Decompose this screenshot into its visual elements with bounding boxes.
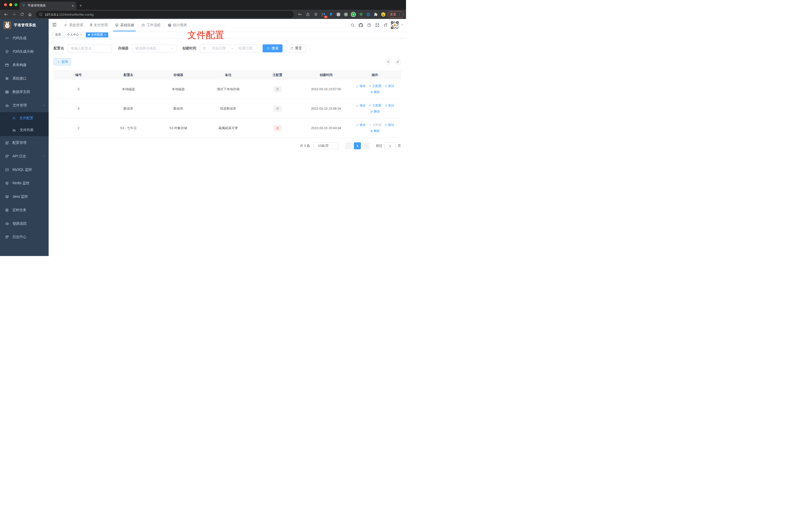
add-button[interactable]: 新增 — [54, 58, 71, 65]
sidebar-item-mysql-monitor[interactable]: MySQL 监控 — [0, 163, 49, 177]
extension-stats-icon[interactable]: 11 — [320, 11, 327, 18]
log-edit-icon — [5, 235, 9, 239]
sidebar-item-form-builder[interactable]: 表单构建 — [0, 58, 49, 72]
tab-close-icon[interactable]: × — [72, 4, 74, 7]
sidebar-item-db-docs[interactable]: 数据库文档 — [0, 85, 49, 99]
bookmark-star-icon[interactable] — [312, 11, 319, 18]
edit-action-link[interactable]: 修改 — [356, 103, 366, 108]
site-info-icon[interactable] — [39, 12, 42, 16]
extension-kite-icon[interactable] — [328, 11, 334, 18]
fullscreen-icon[interactable] — [374, 22, 381, 28]
prev-page-button[interactable] — [345, 142, 352, 149]
delete-action-link[interactable]: 删除 — [370, 90, 380, 94]
page-tab-file-config[interactable]: 文件配置 × — [86, 32, 108, 37]
delete-action-link[interactable]: 删除 — [370, 110, 380, 114]
home-button[interactable] — [26, 11, 33, 18]
new-tab-button[interactable]: + — [79, 3, 82, 8]
search-button[interactable]: 搜索 — [263, 44, 283, 52]
extension-eye-icon[interactable] — [365, 11, 372, 18]
sidebar-item-tracing[interactable]: 链路追踪 — [0, 217, 49, 230]
password-key-icon[interactable] — [296, 11, 303, 18]
maximize-window-button[interactable] — [14, 3, 18, 6]
sidebar-item-code-demo[interactable]: 代码生成示例 — [0, 45, 49, 58]
test-action-link[interactable]: 测试 — [384, 84, 394, 88]
next-page-button[interactable] — [363, 142, 370, 149]
forward-button[interactable] — [10, 11, 18, 18]
reset-button[interactable]: 重置 — [286, 44, 306, 52]
user-menu-caret-icon[interactable] — [401, 24, 404, 26]
tab-close-icon[interactable]: × — [104, 33, 106, 36]
page-tab-home[interactable]: 首页 — [53, 32, 63, 37]
goto-page-input[interactable] — [384, 142, 396, 149]
reload-button[interactable] — [19, 11, 25, 18]
github-icon[interactable] — [358, 22, 364, 28]
search-icon[interactable] — [349, 22, 356, 28]
close-window-button[interactable] — [4, 3, 7, 6]
font-size-icon[interactable] — [382, 22, 389, 28]
storage-select[interactable]: 请选择存储器 — [132, 44, 176, 52]
help-icon[interactable] — [366, 22, 372, 28]
test-action-link[interactable]: 测试 — [384, 103, 394, 108]
goto-suffix: 页 — [398, 144, 401, 148]
nav-item-workflow[interactable]: 工作流程 — [138, 19, 164, 31]
column-header-created: 创建时间 — [302, 73, 350, 77]
sidebar-item-system-api[interactable]: 系统接口 — [0, 72, 49, 85]
back-button[interactable] — [2, 11, 9, 18]
page-size-select[interactable]: 10条/页 — [314, 142, 339, 149]
sidebar-item-config-management[interactable]: 配置管理 — [0, 136, 49, 150]
trash-icon — [370, 110, 373, 113]
cloud-upload-icon — [12, 128, 16, 132]
nav-item-payment[interactable]: ¥ 支付管理 — [87, 19, 111, 31]
toggle-search-button[interactable] — [385, 59, 392, 65]
gear-icon — [64, 23, 67, 27]
nav-item-infrastructure[interactable]: 基础设施 — [111, 19, 138, 31]
nav-item-reports[interactable]: 统计报表 — [164, 19, 191, 31]
browser-tab[interactable]: 芋道管理系统 × — [20, 1, 76, 10]
edit-action-link[interactable]: 修改 — [356, 123, 366, 127]
nav-item-system[interactable]: 系统管理 — [60, 19, 87, 31]
shield-check-icon — [5, 50, 9, 54]
page-content: 配置名 存储器 请选择存储器 创建时间 开始日期 - 结束日期 — [49, 38, 406, 256]
sidebar-item-log-center[interactable]: 日志中心 — [0, 230, 49, 244]
sidebar-item-redis-monitor[interactable]: Redis 监控 — [0, 177, 49, 190]
sidebar-item-java-monitor[interactable]: Java 监控 — [0, 190, 49, 203]
sidebar-item-scheduled-tasks[interactable]: 定时任务 — [0, 203, 49, 217]
table-toolbar: 新增 — [54, 58, 401, 65]
extension-y-icon[interactable] — [350, 11, 357, 18]
extension-star-icon[interactable] — [358, 11, 364, 18]
refresh-table-button[interactable] — [395, 59, 401, 65]
user-avatar-qr[interactable] — [390, 21, 399, 29]
minimize-window-button[interactable] — [9, 3, 12, 6]
date-range-picker[interactable]: 开始日期 - 结束日期 — [200, 44, 259, 52]
collapse-sidebar-icon[interactable] — [49, 22, 60, 28]
extension-command-icon[interactable] — [335, 11, 342, 18]
tab-close-icon[interactable]: × — [80, 33, 82, 36]
master-config-action-link[interactable]: 主配置 — [369, 103, 381, 108]
master-config-action-link[interactable]: 主配置 — [369, 84, 381, 88]
goto-label: 前往 — [376, 144, 382, 148]
share-icon[interactable] — [304, 11, 311, 18]
extension-emoji-icon[interactable] — [380, 11, 386, 18]
extension-record-icon[interactable] — [343, 11, 349, 18]
sidebar-item-file-list[interactable]: 文件列表 — [0, 124, 49, 136]
master-tag: 是 — [273, 125, 282, 131]
browser-menu-dots-icon[interactable]: ⋮ — [398, 12, 401, 17]
test-action-link[interactable]: 测试 — [384, 123, 394, 127]
sidebar-item-file-management[interactable]: 文件管理 — [0, 99, 49, 112]
file-management-submenu: 文件配置 文件列表 — [0, 112, 49, 136]
edit-action-link[interactable]: 修改 — [356, 84, 366, 88]
address-bar[interactable]: 127.0.0.1:1024/infra/file/file-config — [36, 11, 294, 18]
active-tab-dot — [88, 34, 90, 36]
sidebar-item-file-config[interactable]: 文件配置 — [0, 112, 49, 124]
extensions-puzzle-icon[interactable] — [373, 11, 379, 18]
delete-action-link[interactable]: 删除 — [370, 129, 380, 133]
page-tab-profile[interactable]: 个人中心 × — [65, 32, 84, 37]
sidebar-item-api-log[interactable]: API 日志 — [0, 150, 49, 163]
page-number-button[interactable]: 1 — [354, 142, 361, 149]
config-name-input[interactable] — [67, 44, 112, 52]
chrome-update-button[interactable]: 更新 ⋮ — [387, 11, 404, 18]
date-end-placeholder[interactable]: 结束日期 — [234, 46, 256, 51]
sidebar-item-code-generation[interactable]: 代码生成 — [0, 31, 49, 45]
chevron-left-icon — [347, 144, 350, 147]
date-start-placeholder[interactable]: 开始日期 — [208, 46, 230, 51]
